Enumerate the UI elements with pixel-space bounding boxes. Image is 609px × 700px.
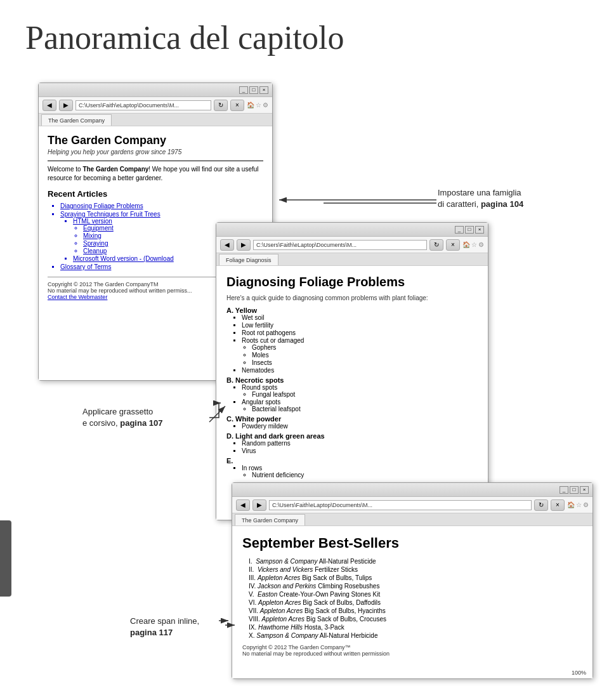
gear-icon-3[interactable]: ⚙ [583,501,589,508]
bestseller-item-6: VI. Appleton Acres Big Sack of Bulbs, Da… [249,599,582,606]
list-item: Bacterial leafspot [252,406,478,413]
section-e-list: In rows Nutrient deficiency [226,465,478,479]
forward-button[interactable]: ▶ [59,100,73,111]
section-c-list: Powdery mildew [226,423,478,430]
tab-2[interactable]: Foliage Diagnosis [219,254,278,265]
list-item: Roots cut or damaged Gophers Moles Insec… [242,337,478,366]
section-d-list: Random patterns Virus [226,440,478,454]
gear-icon-2[interactable]: ⚙ [478,241,484,248]
home-icon-3[interactable]: 🏠 [567,501,575,508]
section-necrotic: B. Necrotic spots Round spots Fungal lea… [226,376,478,413]
address-bar-3[interactable]: C:\Users\Faith\eLaptop\Documents\M... [269,500,532,510]
article-link-1[interactable]: Diagnosing Foliage Problems [60,202,143,209]
back-button-2[interactable]: ◀ [220,239,234,251]
bestseller-item-7: VII. Appleton Acres Big Sack of Bulbs, H… [249,607,582,614]
forward-button-3[interactable]: ▶ [252,499,266,511]
tab-bar-2: Foliage Diagnosis [216,253,488,266]
refresh-button[interactable]: ↻ [214,100,228,111]
annotation-fonts-bold: pagina 104 [481,199,523,209]
back-button[interactable]: ◀ [43,100,56,111]
section-e-title: E. [226,457,478,465]
list-item: Gophers [252,344,478,351]
close-btn-3[interactable]: × [580,486,589,494]
welcome-text-1: Welcome to The Garden Company! We hope y… [48,165,263,183]
list-item: Nematodes [242,367,478,374]
mixing-link[interactable]: Mixing [83,232,102,239]
minimize-btn[interactable]: _ [239,86,248,94]
home-icon[interactable]: 🏠 [247,102,254,109]
bestseller-item-5: V. Easton Create-Your-Own Paving Stones … [249,591,582,598]
stop-button-3[interactable]: × [551,499,565,511]
browser-window-2: _ □ × ◀ ▶ C:\Users\Faith\eLaptop\Documen… [216,222,488,520]
close-btn[interactable]: × [259,86,268,94]
browser-icons-2: 🏠 ☆ ⚙ [462,241,484,248]
address-bar-1[interactable]: C:\Users\Faith\eLaptop\Documents\M... [75,100,211,110]
star-icon-3[interactable]: ☆ [576,501,582,508]
annotation-span-inline-bold: pagina 117 [130,628,173,637]
equipment-link[interactable]: Equipment [83,225,114,232]
footer-line-3-1: Copyright © 2012 The Garden Company™ [242,644,582,650]
section-c-title: C. White powder [226,415,478,423]
maximize-btn[interactable]: □ [249,86,258,94]
bestseller-item-9: IX. Hawthorne Hills Hosta, 3-Pack [249,624,582,631]
webmaster-link[interactable]: Contact the Webmaster [48,294,107,300]
list-item: In rows Nutrient deficiency [242,465,478,479]
minimize-btn-3[interactable]: _ [560,486,568,494]
tab-3[interactable]: The Garden Company [235,514,305,525]
bestseller-item-8: VIII. Appleton Acres Big Sack of Bulbs, … [249,616,582,623]
section-light-dark: D. Light and dark green areas Random pat… [226,432,478,454]
list-item: Nutrient deficiency [252,472,478,479]
stop-button-2[interactable]: × [446,239,460,251]
bestsellers-list: I. Sampson & Company All-Natural Pestici… [242,558,582,639]
back-button-3[interactable]: ◀ [236,499,250,511]
zoom-level: 100% [572,670,586,676]
glossary-link[interactable]: Glossary of Terms [60,263,111,270]
star-icon-2[interactable]: ☆ [471,241,477,248]
annotation-fonts: Impostare una famigliadi caratteri, pagi… [438,187,523,210]
refresh-button-3[interactable]: ↻ [534,499,548,511]
stop-button[interactable]: × [230,100,244,111]
section-b-title: B. Necrotic spots [226,376,478,384]
bestseller-item-1: I. Sampson & Company All-Natural Pestici… [249,558,582,565]
word-version-link[interactable]: Microsoft Word version - (Download [73,255,174,262]
maximize-btn-3[interactable]: □ [570,486,579,494]
footer-text-3: Copyright © 2012 The Garden Company™ No … [242,644,582,657]
foliage-intro: Here's a quick guide to diagnosing commo… [226,294,478,301]
spraying-link[interactable]: Spraying [83,240,108,247]
bestsellers-heading: September Best-Sellers [242,535,582,551]
site-title-1: The Garden Company [48,134,263,147]
list-item: Wet soil [242,314,478,321]
html-version-link[interactable]: HTML version [73,218,112,225]
home-icon-2[interactable]: 🏠 [462,241,470,248]
recent-articles-heading: Recent Articles [48,189,263,199]
browser-icons-1: 🏠 ☆ ⚙ [247,102,268,109]
refresh-button-2[interactable]: ↻ [429,239,443,251]
browser3-content: September Best-Sellers I. Sampson & Comp… [232,526,593,678]
bestseller-item-2: II. Vickers and Vickers Fertilizer Stick… [249,566,582,573]
cleanup-link[interactable]: Cleanup [83,248,107,254]
sub-list-roots: Gophers Moles Insects [242,344,478,366]
browser2-content: Diagnosing Foliage Problems Here's a qui… [216,266,488,520]
maximize-btn-2[interactable]: □ [465,226,474,234]
window-controls-2: _ □ × [455,226,484,234]
list-item: Diagnosing Foliage Problems [60,202,263,209]
section-white: C. White powder Powdery mildew [226,415,478,430]
gear-icon[interactable]: ⚙ [263,102,268,109]
section-a-title: A. Yellow [226,307,478,314]
foliage-heading: Diagnosing Foliage Problems [226,275,478,289]
list-item: Angular spots Bacterial leafspot [242,399,478,413]
toolbar-2: ◀ ▶ C:\Users\Faith\eLaptop\Documents\M..… [216,237,488,253]
annotation-span-inline: Creare span inline,pagina 117 [130,616,199,638]
article-link-2[interactable]: Spraying Techniques for Fruit Trees [60,211,160,218]
star-icon[interactable]: ☆ [256,102,261,109]
minimize-btn-2[interactable]: _ [455,226,464,234]
address-bar-2[interactable]: C:\Users\Faith\eLaptop\Documents\M... [253,240,427,250]
list-item: Moles [252,352,478,359]
tab-1[interactable]: The Garden Company [41,114,112,126]
close-btn-2[interactable]: × [475,226,484,234]
forward-button-2[interactable]: ▶ [237,239,251,251]
section-d-title: D. Light and dark green areas [226,432,478,440]
bestseller-item-3: III. Appleton Acres Big Sack of Bulbs, T… [249,574,582,581]
sub-list-round: Fungal leafspot [242,391,478,398]
page-title: Panoramica del capitolo [0,0,609,69]
